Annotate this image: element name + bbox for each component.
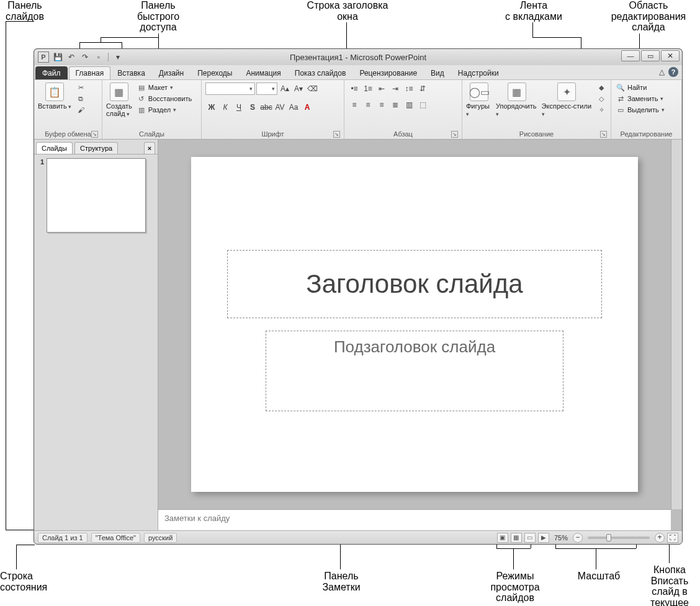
- close-button[interactable]: ✕: [661, 50, 680, 61]
- cut-button[interactable]: ✂: [75, 82, 86, 92]
- notes-panel[interactable]: Заметки к слайду: [158, 509, 671, 530]
- status-theme[interactable]: "Тема Office": [91, 533, 140, 543]
- view-sorter-icon[interactable]: ▦: [511, 533, 522, 543]
- arrange-button[interactable]: ▦Упорядочить: [496, 82, 538, 117]
- tab-addins[interactable]: Надстройки: [451, 66, 506, 79]
- tab-view[interactable]: Вид: [424, 66, 451, 79]
- thumbnails-area[interactable]: 1: [34, 154, 158, 530]
- center-area: Заголовок слайда Подзаголовок слайда Зам…: [158, 140, 682, 530]
- columns-icon[interactable]: ▥: [403, 99, 415, 111]
- zoom-slider-thumb[interactable]: [606, 534, 611, 541]
- dialog-launcher-icon[interactable]: ↘: [451, 131, 458, 138]
- vertical-scrollbar[interactable]: [671, 140, 682, 509]
- qat-customize-icon[interactable]: ▾: [112, 51, 124, 63]
- title-placeholder-text: Заголовок слайда: [306, 269, 523, 299]
- shape-outline-button[interactable]: ◇: [596, 94, 607, 104]
- align-right-icon[interactable]: ≡: [375, 99, 388, 111]
- indent-inc-icon[interactable]: ⇥: [389, 82, 402, 95]
- clear-format-icon[interactable]: ⌫: [306, 82, 318, 95]
- shadow-button[interactable]: S: [246, 101, 259, 114]
- save-icon[interactable]: 💾: [52, 51, 64, 63]
- shrink-font-icon[interactable]: A▾: [292, 82, 305, 95]
- grow-font-icon[interactable]: A▴: [279, 82, 291, 95]
- strike-button[interactable]: abc: [260, 101, 272, 114]
- smartart-icon[interactable]: ⬚: [416, 99, 429, 111]
- tab-design[interactable]: Дизайн: [152, 66, 191, 79]
- help-icon[interactable]: ?: [668, 67, 678, 77]
- slide-thumbnail[interactable]: 1: [38, 158, 154, 233]
- tab-slideshow[interactable]: Показ слайдов: [288, 66, 353, 79]
- layout-icon: ▤: [137, 83, 146, 92]
- copy-button[interactable]: ⧉: [75, 94, 86, 104]
- maximize-button[interactable]: ▭: [641, 50, 660, 61]
- select-button[interactable]: ▭Выделить: [615, 105, 666, 115]
- shape-effects-button[interactable]: ✧: [596, 105, 607, 115]
- view-normal-icon[interactable]: ▣: [497, 533, 508, 543]
- slide-canvas: Заголовок слайда Подзаголовок слайда: [191, 157, 638, 492]
- line-spacing-icon[interactable]: ↕≡: [403, 82, 415, 95]
- qat-extra-icon[interactable]: ▫: [92, 51, 105, 63]
- fit-to-window-button[interactable]: ⛶: [667, 533, 678, 543]
- undo-icon[interactable]: ↶: [65, 51, 78, 63]
- tab-insert[interactable]: Вставка: [110, 66, 152, 79]
- title-placeholder[interactable]: Заголовок слайда: [227, 250, 602, 318]
- align-left-icon[interactable]: ≡: [348, 99, 361, 111]
- line: [532, 37, 581, 38]
- panel-tab-outline[interactable]: Структура: [74, 142, 118, 154]
- app-icon[interactable]: P: [38, 51, 49, 63]
- view-slideshow-icon[interactable]: ▶: [538, 533, 549, 543]
- quick-access-toolbar: 💾 ↶ ↷ ▫ ▾: [52, 51, 124, 63]
- redo-icon[interactable]: ↷: [79, 51, 91, 63]
- minimize-button[interactable]: ―: [621, 50, 640, 61]
- bold-button[interactable]: Ж: [205, 101, 218, 114]
- dialog-launcher-icon[interactable]: ↘: [333, 131, 340, 138]
- tab-animation[interactable]: Анимация: [239, 66, 287, 79]
- format-painter-button[interactable]: 🖌: [75, 105, 86, 115]
- outline-icon: ◇: [597, 94, 606, 103]
- callout-quick-access: Панель быстрого доступа: [124, 0, 192, 33]
- zoom-in-button[interactable]: +: [655, 533, 665, 543]
- layout-button[interactable]: ▤Макет: [136, 82, 193, 92]
- effects-icon: ✧: [597, 105, 606, 114]
- tab-home[interactable]: Главная: [69, 66, 111, 79]
- section-button[interactable]: ▥Раздел: [136, 105, 193, 115]
- subtitle-placeholder[interactable]: Подзаголовок слайда: [266, 331, 563, 411]
- slide-edit-area[interactable]: Заголовок слайда Подзаголовок слайда: [158, 140, 671, 509]
- text-direction-icon[interactable]: ⇵: [416, 82, 429, 95]
- char-spacing-button[interactable]: AV: [274, 101, 286, 114]
- quick-styles-button[interactable]: ✦Экспресс-стили: [542, 82, 592, 117]
- font-size-combo[interactable]: [256, 82, 277, 95]
- find-button[interactable]: 🔍Найти: [615, 82, 666, 92]
- indent-dec-icon[interactable]: ⇤: [375, 82, 388, 95]
- dialog-launcher-icon[interactable]: ↘: [91, 131, 98, 138]
- dialog-launcher-icon[interactable]: ↘: [600, 131, 607, 138]
- panel-close-button[interactable]: ×: [144, 142, 155, 154]
- bullets-icon[interactable]: •≡: [348, 82, 361, 95]
- minimize-ribbon-icon[interactable]: △: [659, 68, 665, 76]
- replace-button[interactable]: ⇄Заменить: [615, 94, 666, 104]
- panel-tab-slides[interactable]: Слайды: [36, 142, 73, 154]
- zoom-slider[interactable]: [588, 537, 650, 539]
- paste-button[interactable]: 📋 Вставить: [38, 82, 71, 110]
- status-slide-count[interactable]: Слайд 1 из 1: [38, 533, 88, 543]
- numbering-icon[interactable]: 1≡: [362, 82, 374, 95]
- underline-button[interactable]: Ч: [233, 101, 245, 114]
- view-reading-icon[interactable]: ▭: [524, 533, 536, 543]
- tab-file[interactable]: Файл: [35, 66, 68, 79]
- status-language[interactable]: русский: [144, 533, 177, 543]
- shapes-button[interactable]: ◯▭Фигуры: [466, 82, 492, 117]
- shape-fill-button[interactable]: ◆: [596, 82, 607, 92]
- tab-review[interactable]: Рецензирование: [352, 66, 424, 79]
- font-color-button[interactable]: A: [301, 101, 313, 114]
- justify-icon[interactable]: ≣: [389, 99, 402, 111]
- font-family-combo[interactable]: [205, 82, 255, 95]
- new-slide-button[interactable]: ▦ Создать слайд: [106, 82, 132, 117]
- tab-transitions[interactable]: Переходы: [191, 66, 239, 79]
- line: [596, 548, 596, 569]
- change-case-button[interactable]: Aa: [287, 101, 300, 114]
- zoom-out-button[interactable]: −: [573, 533, 583, 543]
- align-center-icon[interactable]: ≡: [362, 99, 374, 111]
- group-clipboard: 📋 Вставить ✂ ⧉ 🖌 Буфер обмена↘: [34, 80, 102, 139]
- italic-button[interactable]: К: [219, 101, 231, 114]
- reset-button[interactable]: ↺Восстановить: [136, 94, 193, 104]
